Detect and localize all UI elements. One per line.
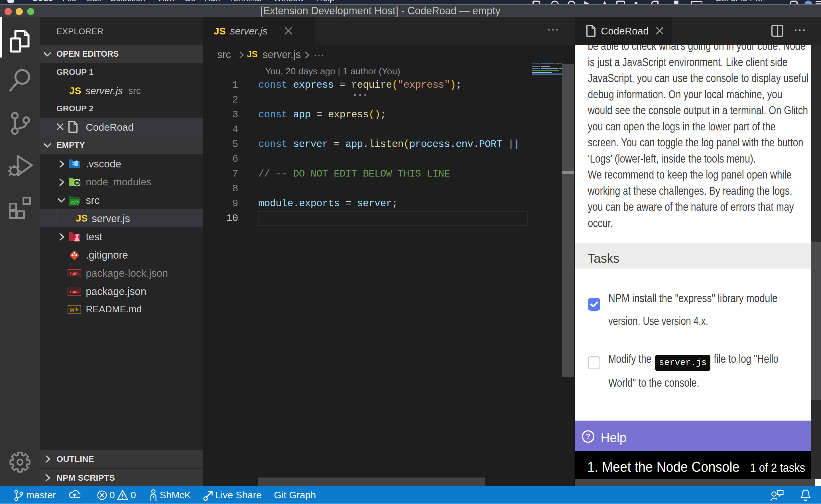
svg-text:M: M — [70, 307, 74, 313]
svg-text:JS: JS — [75, 181, 79, 185]
svg-text:npm: npm — [70, 289, 79, 294]
svg-text:npm: npm — [70, 271, 79, 276]
svg-text:?: ? — [586, 432, 590, 441]
svg-text:</>: </> — [71, 200, 80, 205]
